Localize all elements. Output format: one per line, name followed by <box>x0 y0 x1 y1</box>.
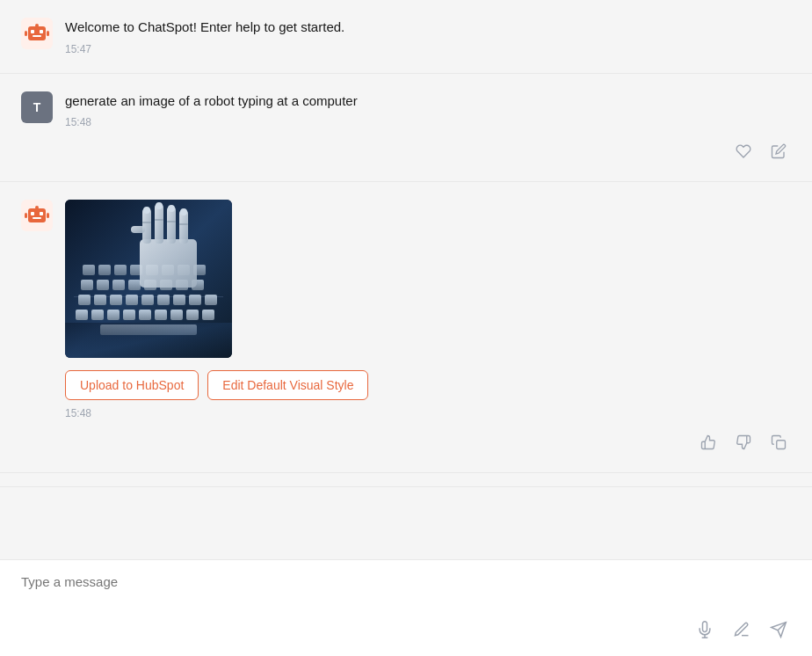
svg-rect-24 <box>170 310 183 320</box>
svg-rect-11 <box>40 212 43 215</box>
chat-container: Welcome to ChatSpot! Enter help to get s… <box>0 0 812 559</box>
svg-rect-26 <box>202 310 214 320</box>
thumbs-up-icon[interactable] <box>696 430 721 455</box>
svg-rect-6 <box>25 31 27 36</box>
input-area <box>0 559 812 656</box>
message-text-1: Welcome to ChatSpot! Enter help to get s… <box>65 18 791 38</box>
message-time-3: 15:48 <box>65 407 791 419</box>
svg-rect-33 <box>173 295 185 305</box>
svg-rect-15 <box>47 213 49 218</box>
message-content-3: Upload to HubSpot Edit Default Visual St… <box>65 200 791 419</box>
svg-rect-19 <box>91 310 104 320</box>
svg-rect-31 <box>141 295 154 305</box>
compose-icon[interactable] <box>729 617 754 642</box>
svg-rect-9 <box>28 208 46 222</box>
svg-rect-34 <box>189 295 201 305</box>
chatspot-avatar-1 <box>21 18 53 49</box>
svg-rect-4 <box>33 35 41 37</box>
svg-rect-36 <box>81 280 93 290</box>
svg-rect-12 <box>33 217 41 219</box>
svg-rect-46 <box>114 265 127 275</box>
copy-icon[interactable] <box>766 430 791 455</box>
svg-rect-27 <box>78 295 91 305</box>
chat-divider <box>0 473 812 487</box>
message-block-2: T generate an image of a robot typing at… <box>0 74 812 183</box>
svg-rect-44 <box>83 265 95 275</box>
svg-rect-53 <box>140 239 197 288</box>
message-time-2: 15:48 <box>65 116 791 128</box>
svg-rect-30 <box>126 295 138 305</box>
svg-rect-61 <box>180 208 187 215</box>
user-avatar-label: T <box>33 100 41 114</box>
svg-rect-65 <box>167 221 176 222</box>
svg-rect-38 <box>112 280 125 290</box>
svg-rect-28 <box>94 295 106 305</box>
heart-icon[interactable] <box>731 139 756 164</box>
edit-default-visual-style-button[interactable]: Edit Default Visual Style <box>207 370 368 400</box>
svg-rect-62 <box>131 226 145 233</box>
svg-rect-3 <box>40 30 43 33</box>
svg-rect-20 <box>107 310 120 320</box>
svg-rect-58 <box>167 207 176 244</box>
svg-rect-29 <box>110 295 122 305</box>
thumbs-down-icon[interactable] <box>731 430 756 455</box>
image-action-buttons: Upload to HubSpot Edit Default Visual St… <box>65 370 791 400</box>
svg-rect-13 <box>35 206 39 209</box>
svg-rect-56 <box>155 204 163 244</box>
svg-rect-59 <box>168 205 175 212</box>
edit-icon[interactable] <box>766 139 791 164</box>
user-avatar: T <box>21 91 53 123</box>
message-content-2: generate an image of a robot typing at a… <box>65 91 791 129</box>
svg-rect-23 <box>155 310 167 320</box>
svg-rect-21 <box>123 310 135 320</box>
svg-rect-55 <box>143 207 150 214</box>
svg-rect-1 <box>28 26 46 40</box>
svg-rect-39 <box>128 280 141 290</box>
svg-rect-45 <box>98 265 111 275</box>
svg-rect-22 <box>139 310 151 320</box>
upload-to-hubspot-button[interactable]: Upload to HubSpot <box>65 370 199 400</box>
message-text-2: generate an image of a robot typing at a… <box>65 91 791 112</box>
svg-rect-37 <box>97 280 109 290</box>
svg-rect-32 <box>157 295 170 305</box>
svg-rect-7 <box>47 31 49 36</box>
svg-rect-2 <box>31 30 34 33</box>
chatspot-avatar-3 <box>21 200 53 231</box>
svg-rect-57 <box>156 202 163 209</box>
svg-rect-64 <box>155 219 163 221</box>
send-icon[interactable] <box>766 617 791 642</box>
message-input[interactable] <box>21 574 791 604</box>
message-2-actions <box>21 135 791 164</box>
message-3-actions <box>21 426 791 455</box>
generated-image <box>65 200 232 358</box>
svg-rect-63 <box>142 222 151 223</box>
input-actions <box>21 617 791 642</box>
svg-rect-10 <box>31 212 34 215</box>
svg-rect-18 <box>76 310 88 320</box>
svg-rect-5 <box>35 24 39 27</box>
svg-rect-35 <box>205 295 217 305</box>
svg-rect-14 <box>25 213 27 218</box>
microphone-icon[interactable] <box>692 617 717 642</box>
message-block-3: Upload to HubSpot Edit Default Visual St… <box>0 182 812 473</box>
svg-rect-66 <box>179 223 188 225</box>
svg-rect-68 <box>777 441 786 449</box>
svg-rect-25 <box>186 310 199 320</box>
svg-rect-67 <box>65 323 232 358</box>
message-time-1: 15:47 <box>65 43 791 55</box>
message-block-1: Welcome to ChatSpot! Enter help to get s… <box>0 0 812 74</box>
message-content-1: Welcome to ChatSpot! Enter help to get s… <box>65 18 791 55</box>
